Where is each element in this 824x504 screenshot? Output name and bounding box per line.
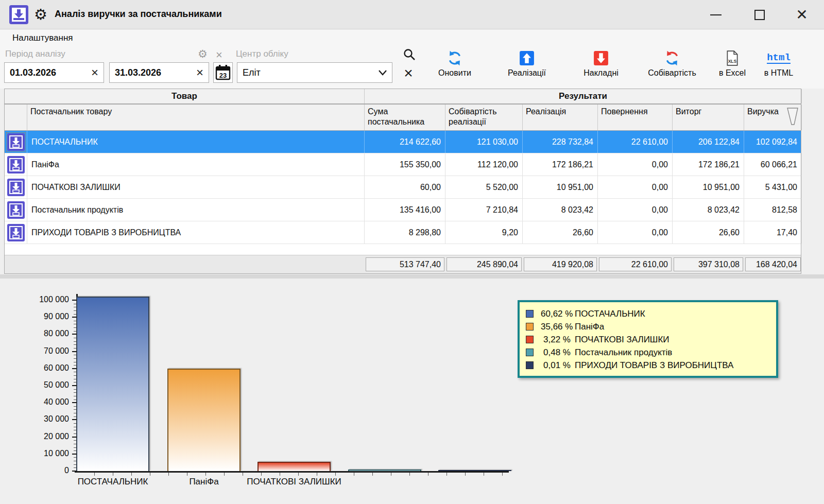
title-bar: ⚙ Аналіз виручки за постачальниками ✕ [0, 0, 824, 29]
refresh-red-blue-icon [664, 50, 680, 66]
accounting-center-value: Еліт [237, 67, 373, 78]
sales-label: Реалізації [508, 68, 546, 78]
row-icon-cell [5, 199, 27, 221]
html-icon: html [767, 53, 791, 64]
app-icon [9, 5, 28, 24]
svg-text:XLS: XLS [728, 59, 737, 64]
y-axis-tick [72, 334, 77, 335]
x-axis-category-label: ПОСТАЧАЛЬНИК [78, 477, 148, 487]
supplier-row-icon[interactable] [7, 156, 25, 173]
calendar-button[interactable]: 23 [213, 62, 233, 83]
value-cell: 26,60 [523, 221, 598, 244]
center-clear-button[interactable]: × [399, 63, 418, 83]
export-excel-label: в Excel [719, 68, 746, 78]
search-icon[interactable] [403, 48, 416, 61]
bar-5[interactable] [438, 470, 511, 471]
cost-button[interactable]: Собівартість [639, 50, 706, 84]
menu-item-settings[interactable]: Налаштування [9, 32, 76, 44]
legend-percent: 0,01 % [541, 360, 571, 371]
export-excel-button[interactable]: XLS в Excel [707, 50, 758, 84]
arrow-down-square-icon [593, 50, 609, 66]
value-cell: 102 092,84 [744, 131, 802, 153]
suppliers-table: Товар Результати Постачальник товару Сум… [4, 89, 801, 274]
date-from-field[interactable]: 01.03.2026 × [4, 62, 104, 83]
chevron-down-icon[interactable] [373, 69, 392, 76]
group-header-results[interactable]: Результати [365, 89, 802, 103]
value-cell: 0,00 [598, 153, 673, 176]
date-to-field[interactable]: 31.03.2026 × [109, 62, 209, 83]
column-cost[interactable]: Собівартість реалізації [445, 105, 523, 130]
date-to-clear-icon[interactable]: × [191, 65, 209, 80]
supplier-row-icon[interactable] [7, 179, 25, 196]
y-axis-tick-label: 0 [64, 466, 69, 475]
value-cell: 812,58 [744, 199, 802, 221]
column-returns[interactable]: Повернення [598, 105, 673, 130]
refresh-button[interactable]: Оновити [421, 50, 488, 84]
row-icon-cell [5, 153, 27, 176]
legend-color-swatch [526, 323, 534, 331]
value-cell: 0,00 [598, 221, 673, 244]
x-axis-category-label: ПаніФа [189, 477, 218, 487]
value-cell: 17,40 [744, 221, 802, 244]
legend-label: ПаніФа [575, 322, 604, 332]
table-row[interactable]: Постачальник продуктів135 416,007 210,84… [5, 199, 801, 221]
value-cell: 206 122,84 [673, 131, 744, 153]
supplier-name: ПОЧАТКОВІ ЗАЛИШКИ [27, 176, 365, 198]
table-row[interactable]: ПОСТАЧАЛЬНИК214 622,60121 030,00228 732,… [5, 131, 801, 153]
sales-button[interactable]: Реалізації [493, 50, 560, 84]
value-cell: 214 622,60 [365, 131, 445, 153]
legend-color-swatch [526, 361, 534, 369]
maximize-button[interactable] [744, 0, 776, 29]
column-supplier[interactable]: Постачальник товару [27, 105, 365, 130]
supplier-row-icon[interactable] [7, 201, 25, 219]
row-icon-cell [5, 176, 27, 198]
column-supplier-sum[interactable]: Сума постачальника [365, 105, 445, 130]
column-revenue[interactable]: Виручка [744, 105, 802, 130]
y-axis-tick-label: 50 000 [44, 380, 69, 390]
value-cell: 121 030,00 [445, 131, 523, 153]
filter-funnel-icon[interactable] [787, 108, 798, 125]
supplier-row-icon[interactable] [7, 224, 25, 241]
total-cell: 513 747,40 [366, 257, 444, 271]
value-cell: 0,00 [598, 199, 673, 221]
svg-text:23: 23 [219, 72, 227, 79]
date-to-value: 31.03.2026 [110, 67, 191, 78]
value-cell: 155 350,00 [365, 153, 445, 176]
supplier-row-icon[interactable] [7, 133, 25, 151]
y-axis-tick-label: 10 000 [44, 449, 69, 458]
bar-3[interactable] [258, 462, 331, 471]
export-html-button[interactable]: html в HTML [753, 50, 804, 84]
close-button[interactable]: ✕ [786, 0, 818, 29]
bar-1[interactable] [76, 297, 149, 471]
y-axis-tick-label: 30 000 [44, 414, 69, 424]
y-axis-tick [72, 471, 77, 472]
value-cell: 112 120,00 [445, 153, 523, 176]
period-gear-icon[interactable]: ⚙ [198, 48, 208, 60]
table-row[interactable]: ПаніФа155 350,00112 120,00172 186,210,00… [5, 153, 801, 176]
accounting-center-select[interactable]: Еліт [237, 62, 392, 83]
refresh-label: Оновити [438, 68, 471, 78]
totals-row: 513 747,40245 890,04419 920,0822 610,003… [5, 255, 801, 273]
legend-color-swatch [526, 349, 534, 356]
date-from-clear-icon[interactable]: × [86, 65, 104, 80]
center-label: Центр обліку [236, 49, 288, 59]
period-clear-icon[interactable]: × [216, 48, 222, 62]
column-proceeds[interactable]: Виторг [673, 105, 744, 130]
revenue-bar-chart: 60,62 %ПОСТАЧАЛЬНИК35,66 %ПаніФа3,22 %ПО… [0, 279, 824, 504]
table-row[interactable]: ПОЧАТКОВІ ЗАЛИШКИ60,005 520,0010 951,000… [5, 176, 801, 199]
table-row[interactable]: ПРИХОДИ ТОВАРІВ З ВИРОБНИЦТВА8 298,809,2… [5, 221, 801, 244]
table-filler [5, 244, 801, 255]
maximize-icon [754, 10, 765, 20]
splitter-bar[interactable] [0, 274, 824, 279]
minimize-button[interactable] [700, 0, 732, 29]
bar-4[interactable] [348, 470, 421, 471]
group-header-product[interactable]: Товар [5, 89, 365, 103]
bar-2[interactable] [167, 369, 241, 471]
calendar-icon: 23 [215, 64, 231, 81]
invoices-button[interactable]: Накладні [568, 50, 634, 84]
legend-percent: 60,62 % [541, 309, 571, 319]
supplier-name: Постачальник продуктів [27, 199, 365, 221]
column-sales[interactable]: Реалізація [523, 105, 598, 130]
value-cell: 135 416,00 [365, 199, 445, 221]
gear-icon: ⚙ [34, 6, 47, 23]
